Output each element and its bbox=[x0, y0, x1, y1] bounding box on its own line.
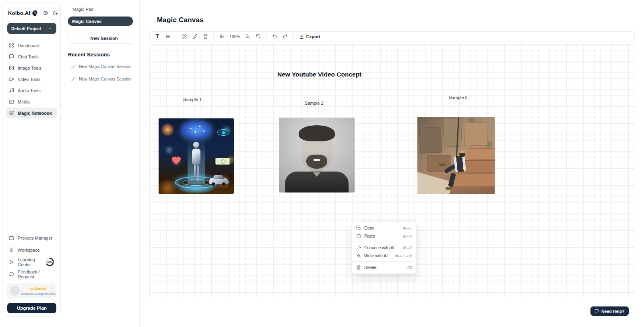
learning-progress-ring: 66% bbox=[45, 258, 54, 266]
recent-sessions-heading: Recent Sessions bbox=[68, 52, 139, 58]
zoom-out-button[interactable] bbox=[244, 33, 252, 40]
upgrade-plan-button[interactable]: Upgrade Plan bbox=[7, 303, 56, 313]
chat-bubble-icon bbox=[9, 54, 14, 59]
sidebar-item-learning-center[interactable]: Learning Center 66% bbox=[6, 256, 57, 268]
export-button[interactable]: Export bbox=[297, 34, 322, 39]
sidebar-item-image-tools[interactable]: Image Tools bbox=[6, 62, 57, 73]
nav-magic-canvas[interactable]: Magic Canvas bbox=[68, 17, 133, 26]
download-icon bbox=[299, 34, 304, 39]
context-menu-label: Delete bbox=[364, 265, 404, 270]
redo-icon bbox=[283, 34, 288, 39]
toolbar-divider bbox=[293, 34, 294, 39]
paste-icon bbox=[356, 234, 361, 238]
user-info: Owner zoharvan12@gmail.com bbox=[23, 286, 54, 296]
sidebar-item-chat-tools[interactable]: Chat Tools bbox=[6, 51, 57, 62]
sidebar-item-label: Video Tools bbox=[18, 77, 40, 82]
workflow-icon bbox=[192, 34, 198, 39]
sample-image-3[interactable] bbox=[417, 117, 495, 194]
session-item[interactable]: New Magic Canvas Session bbox=[68, 63, 137, 70]
man-leg-figure bbox=[448, 173, 456, 187]
sessions-panel: Magic Pad Magic Canvas New Session Recen… bbox=[62, 0, 140, 327]
stone-block-figure bbox=[419, 127, 442, 154]
session-title: New Magic Canvas Session bbox=[79, 64, 132, 69]
man-torso-figure bbox=[454, 155, 466, 173]
context-menu-item-delete[interactable]: Delete ⌫ bbox=[352, 263, 416, 271]
user-account-card[interactable]: Owner zoharvan12@gmail.com bbox=[6, 283, 56, 299]
seated-man-figure bbox=[444, 150, 472, 192]
need-help-button[interactable]: Need Help? bbox=[590, 306, 629, 316]
sidebar-item-label: Audio Tools bbox=[18, 88, 41, 93]
zoom-level-indicator[interactable]: 100% bbox=[229, 34, 240, 39]
pencil-icon bbox=[71, 77, 76, 81]
sidebar-item-magic-notebook[interactable]: Magic Notebook bbox=[6, 108, 57, 118]
session-item[interactable]: New Magic Canvas Session bbox=[68, 75, 137, 83]
play-icon bbox=[9, 259, 14, 265]
toolbar-divider bbox=[176, 34, 176, 39]
sidebar-item-projects-manager[interactable]: Projects Manager bbox=[6, 232, 57, 244]
globe-icon bbox=[43, 10, 48, 16]
workflow-tool-button[interactable] bbox=[190, 33, 199, 40]
context-menu-item-enhance-with-ai[interactable]: Enhance with AI ⌘+E bbox=[352, 244, 416, 252]
new-session-button[interactable]: New Session bbox=[68, 33, 133, 43]
notebook-pen-icon bbox=[9, 110, 14, 116]
canvas-text-sample-3[interactable]: Sample 3 bbox=[449, 95, 467, 100]
canvas-surface[interactable]: New Youtube Video Concept Sample 1 Sampl… bbox=[149, 44, 635, 297]
sample-image-2[interactable] bbox=[279, 118, 355, 192]
text-tool-button[interactable]: T bbox=[153, 33, 162, 40]
learning-progress-value: 66% bbox=[47, 259, 53, 265]
context-menu-label: Paste bbox=[364, 234, 399, 238]
redo-button[interactable] bbox=[281, 33, 290, 40]
sidebar-item-video-tools[interactable]: Video Tools bbox=[6, 74, 57, 85]
nav-magic-pad[interactable]: Magic Pad bbox=[72, 7, 139, 12]
keyboard-shortcut: ⌘+C bbox=[402, 226, 412, 230]
feedback-bubble-icon bbox=[9, 271, 14, 277]
sidebar-item-media[interactable]: Media bbox=[6, 96, 57, 107]
video-camera-icon bbox=[9, 77, 14, 82]
sample-image-1[interactable] bbox=[159, 118, 234, 194]
sidebar-item-label: Magic Notebook bbox=[18, 111, 52, 116]
stone-block-figure bbox=[443, 118, 462, 147]
heading-tool-button[interactable]: H bbox=[163, 33, 172, 40]
sidebar-item-dashboard[interactable]: Dashboard bbox=[6, 40, 57, 51]
sidebar-item-label: Feedback / Request bbox=[18, 269, 54, 279]
context-menu-item-paste[interactable]: Paste ⌘+V bbox=[352, 232, 416, 240]
keyboard-shortcut: ⌫ bbox=[407, 265, 412, 270]
context-menu-label: Copy bbox=[364, 226, 399, 230]
banknote-figure bbox=[215, 158, 230, 165]
sidebar-item-label: Workspace bbox=[18, 248, 40, 252]
project-selector[interactable]: Default Project bbox=[7, 23, 56, 34]
sidebar-item-feedback-request[interactable]: Feedback / Request bbox=[6, 268, 57, 280]
trash-icon bbox=[203, 34, 208, 39]
logo-row: Kolbo.AI bbox=[2, 2, 60, 17]
canvas-text-sample-2[interactable]: Sample 2 bbox=[305, 101, 323, 106]
language-globe-button[interactable] bbox=[43, 10, 48, 16]
robot-figure bbox=[191, 142, 202, 183]
media-folder-icon bbox=[9, 99, 14, 104]
delete-tool-button[interactable] bbox=[201, 33, 210, 40]
crown-icon bbox=[30, 287, 34, 291]
plus-icon bbox=[84, 36, 88, 40]
dark-mode-button[interactable] bbox=[53, 10, 58, 16]
sidebar-item-workspace[interactable]: Workspace bbox=[6, 244, 57, 256]
reset-view-button[interactable] bbox=[254, 33, 263, 40]
sidebar-item-label: Chat Tools bbox=[18, 54, 39, 59]
need-help-label: Need Help? bbox=[601, 309, 625, 314]
undo-button[interactable] bbox=[270, 33, 279, 40]
ai-select-button[interactable] bbox=[180, 33, 189, 40]
undo-icon bbox=[272, 34, 277, 39]
context-menu-item-copy[interactable]: Copy ⌘+C bbox=[352, 224, 416, 232]
sidebar-item-label: Media bbox=[18, 99, 30, 104]
context-menu-label: Enhance with AI bbox=[364, 245, 400, 250]
new-session-label: New Session bbox=[91, 36, 118, 41]
keyboard-shortcut: ⌘+⇧+W bbox=[395, 254, 412, 258]
context-menu-label: Write with AI bbox=[364, 253, 392, 258]
ai-scan-icon bbox=[182, 34, 187, 39]
canvas-text-sample-1[interactable]: Sample 1 bbox=[183, 97, 202, 102]
sidebar-item-audio-tools[interactable]: Audio Tools bbox=[6, 85, 57, 96]
zoom-in-icon bbox=[219, 34, 225, 39]
canvas-text-heading[interactable]: New Youtube Video Concept bbox=[277, 71, 361, 78]
zoom-in-button[interactable] bbox=[217, 33, 226, 40]
context-menu: Copy ⌘+C Paste ⌘+V Enhance with AI ⌘+E W… bbox=[352, 221, 417, 274]
context-menu-item-write-with-ai[interactable]: Write with AI ⌘+⇧+W bbox=[352, 252, 416, 260]
image-icon bbox=[9, 65, 14, 70]
